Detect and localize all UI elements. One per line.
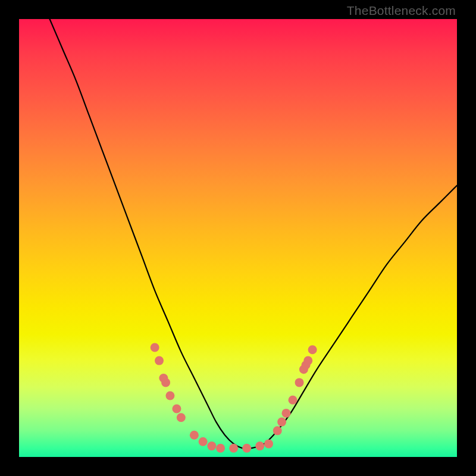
marker-dot bbox=[155, 356, 164, 365]
highlight-markers bbox=[151, 343, 317, 453]
watermark-text: TheBottleneck.com bbox=[347, 4, 456, 18]
marker-dot bbox=[289, 396, 298, 405]
marker-dot bbox=[255, 441, 264, 450]
marker-dot bbox=[207, 441, 216, 450]
plot-area bbox=[19, 19, 457, 457]
curve-layer bbox=[19, 19, 457, 457]
marker-dot bbox=[303, 356, 312, 365]
chart-frame: TheBottleneck.com bbox=[0, 0, 476, 476]
marker-dot bbox=[216, 444, 225, 453]
marker-dot bbox=[229, 444, 238, 453]
marker-dot bbox=[308, 345, 317, 354]
marker-dot bbox=[242, 444, 251, 453]
marker-dot bbox=[199, 437, 208, 446]
marker-dot bbox=[277, 418, 286, 427]
marker-dot bbox=[273, 426, 282, 435]
marker-dot bbox=[190, 431, 199, 440]
marker-dot bbox=[281, 409, 290, 418]
marker-dot bbox=[177, 413, 186, 422]
marker-dot bbox=[151, 343, 159, 352]
marker-dot bbox=[161, 378, 170, 387]
marker-dot bbox=[264, 439, 273, 448]
marker-dot bbox=[165, 391, 174, 400]
marker-dot bbox=[295, 378, 304, 387]
bottleneck-curve bbox=[50, 19, 457, 449]
marker-dot bbox=[172, 405, 181, 414]
